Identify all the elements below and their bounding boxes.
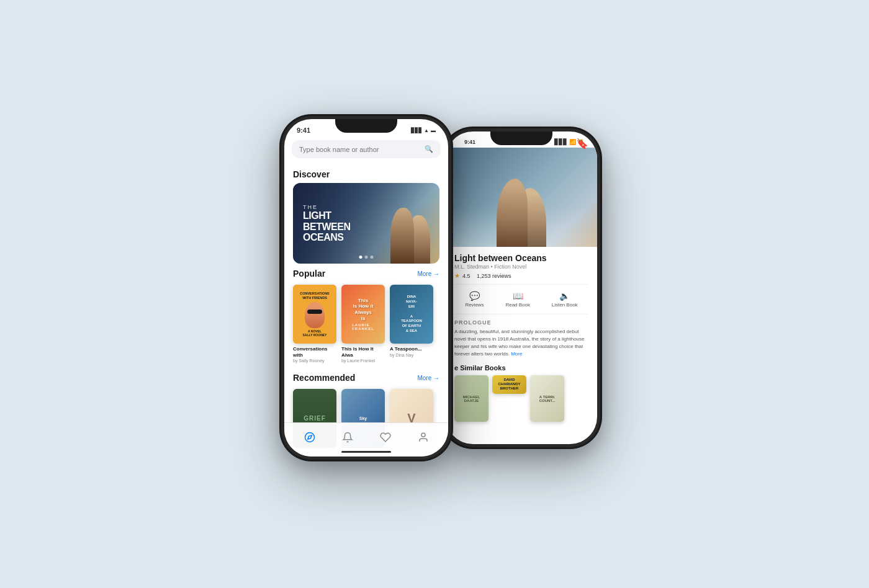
front-status-time: 9:41 xyxy=(297,127,310,134)
search-bar[interactable]: 🔍 xyxy=(292,140,441,158)
svg-marker-1 xyxy=(307,435,311,439)
read-book-button[interactable]: 📖 Read Book xyxy=(505,291,530,308)
listen-label: Listen Book xyxy=(552,302,578,308)
book-title-conversations: Conversations with xyxy=(293,346,336,358)
similar-title: e Similar Books xyxy=(454,364,588,372)
front-status-icons: ▊▊▊ ▲ ▬ xyxy=(411,128,436,133)
front-signal-icon: ▊▊▊ xyxy=(411,128,422,133)
detail-actions: 💬 Reviews 📖 Read Book 🔈 Listen Book xyxy=(454,284,588,314)
sim-book-2-text: DAVID CHARIANDY BROTHER xyxy=(495,378,524,391)
reviews-icon: 💬 xyxy=(469,291,480,301)
dot-3 xyxy=(371,256,374,259)
banner-text: THE LIGHT BETWEEN OCEANS xyxy=(303,204,351,243)
similar-label: e xyxy=(454,364,460,372)
banner-light: LIGHT xyxy=(303,210,351,221)
search-input[interactable] xyxy=(299,146,421,153)
more-link[interactable]: More xyxy=(511,351,522,357)
back-status-time: 9:41 xyxy=(458,139,475,145)
popular-section-header: Popular More → xyxy=(284,264,448,282)
search-icon: 🔍 xyxy=(425,145,433,153)
listen-book-button[interactable]: 🔈 Listen Book xyxy=(552,291,578,308)
detail-author: M.L. Stedman xyxy=(454,264,489,270)
front-phone-screen: 9:41 ▊▊▊ ▲ ▬ 🔍 Discover xyxy=(284,119,448,457)
nav-favorites[interactable] xyxy=(380,432,391,443)
book-icon: 📖 xyxy=(513,291,523,301)
reviews-button[interactable]: 💬 Reviews xyxy=(465,291,484,308)
banner-oceans: OCEANS xyxy=(303,232,351,243)
book-cover-conversations: CONVERSATIONSWITH FRIENDS A NOVEL SALLY … xyxy=(293,285,336,344)
cover-this-author: LAURIEFRANKEL xyxy=(352,323,374,331)
book-item-teaspoon[interactable]: DINANAYA-ERIATEASPOONOF EARTH& SEA A Tea… xyxy=(390,285,433,363)
review-count xyxy=(473,273,475,279)
cover-teaspoon-design: DINANAYA-ERIATEASPOONOF EARTH& SEA xyxy=(390,285,433,344)
similar-book-1[interactable]: MICHAEL DAATJE xyxy=(454,375,489,422)
detail-book-genre: M.L. Stedman • Fiction Novel xyxy=(454,264,588,270)
popular-title: Popular xyxy=(293,269,325,278)
book-author-this-is: by Laurie Frankel xyxy=(341,359,385,363)
phone-back: 9:41 ▊▊▊ 📶 🔋 🔖 xyxy=(441,127,602,449)
book-cover-teaspoon: DINANAYA-ERIATEASPOONOF EARTH& SEA xyxy=(390,285,433,344)
discover-section-header: Discover xyxy=(284,164,448,183)
front-battery-icon: ▬ xyxy=(431,128,436,133)
scroll-content: Discover THE LIGHT B xyxy=(284,164,448,452)
cover-teaspoon-text: DINANAYA-ERIATEASPOONOF EARTH& SEA xyxy=(401,295,422,333)
recommended-title: Recommended xyxy=(293,373,355,383)
phones-container: 9:41 ▊▊▊ 📶 🔋 🔖 xyxy=(248,77,621,511)
dot-1 xyxy=(359,256,362,259)
rating-value: 4.5 xyxy=(462,273,471,279)
nav-discover[interactable] xyxy=(304,432,315,443)
banner-dots xyxy=(359,256,374,259)
book-author-conversations: by Sally Rooney xyxy=(293,359,336,363)
prologue-title: PROLOGUE xyxy=(454,319,588,326)
phone-front: 9:41 ▊▊▊ ▲ ▬ 🔍 Discover xyxy=(279,114,453,461)
book-cover-this-is: ThisIs How ItAlwaysIs LAURIEFRANKEL xyxy=(341,285,385,344)
headphone-icon: 🔈 xyxy=(559,291,570,301)
star-icon: ★ xyxy=(454,272,460,279)
read-label: Read Book xyxy=(505,302,530,308)
prologue-text: A dazzling, beautiful, and stunningly ac… xyxy=(454,328,588,358)
wifi-icon: 📶 xyxy=(569,139,576,145)
detail-hero-image xyxy=(446,148,597,247)
back-notch xyxy=(490,131,552,145)
reviews-label-btn: Reviews xyxy=(465,302,484,308)
discover-title: Discover xyxy=(293,169,330,179)
recommended-more-link[interactable]: More → xyxy=(417,375,439,381)
sim-book-1-text: MICHAEL DAATJE xyxy=(457,395,486,403)
cover-this-is-design: ThisIs How ItAlwaysIs LAURIEFRANKEL xyxy=(341,285,385,344)
similar-books-row: MICHAEL DAATJE DAVID CHARIANDY BROTHER A… xyxy=(454,375,588,422)
similar-label-2: Similar Books xyxy=(460,364,505,372)
sim-book-3-text: A TERRI. COUNT... xyxy=(533,395,562,403)
bookmark-icon[interactable]: 🔖 xyxy=(576,138,588,149)
banner-between: BETWEEN xyxy=(303,221,351,232)
nav-profile[interactable] xyxy=(418,432,429,443)
book-title-this-is: This Is How It Alwa xyxy=(341,346,385,358)
similar-book-3[interactable]: A TERRI. COUNT... xyxy=(530,375,564,422)
cover-this-text: ThisIs How ItAlwaysIs xyxy=(353,298,374,321)
similar-book-2[interactable]: DAVID CHARIANDY BROTHER xyxy=(492,375,526,394)
svg-point-0 xyxy=(305,433,314,442)
discover-banner[interactable]: THE LIGHT BETWEEN OCEANS xyxy=(293,183,439,264)
detail-content: Light between Oceans M.L. Stedman • Fict… xyxy=(446,247,597,428)
sky-text: Sky xyxy=(359,416,367,421)
detail-rating: ★ 4.5 1,253 reviews xyxy=(454,272,588,279)
book-item-conversations[interactable]: CONVERSATIONSWITH FRIENDS A NOVEL SALLY … xyxy=(293,285,336,363)
similar-section: e Similar Books MICHAEL DAATJE DAVID CHA… xyxy=(454,364,588,422)
front-wifi-icon: ▲ xyxy=(424,128,429,133)
detail-genre-text: Fiction Novel xyxy=(494,264,526,270)
back-phone-screen: 9:41 ▊▊▊ 📶 🔋 🔖 xyxy=(446,131,597,444)
book-grid-popular: CONVERSATIONSWITH FRIENDS A NOVEL SALLY … xyxy=(284,282,448,368)
popular-more-link[interactable]: More → xyxy=(417,270,439,277)
banner-the: THE xyxy=(303,204,351,210)
svg-point-2 xyxy=(421,433,425,437)
detail-book-title: Light between Oceans xyxy=(454,253,588,263)
signal-icon: ▊▊▊ xyxy=(554,139,567,145)
nav-notifications[interactable] xyxy=(342,432,353,443)
front-notch xyxy=(335,119,397,133)
book-author-teaspoon: by Dina Nay xyxy=(390,353,433,357)
dot-2 xyxy=(365,256,368,259)
recommended-section-header: Recommended More → xyxy=(284,368,448,386)
prologue-section: PROLOGUE A dazzling, beautiful, and stun… xyxy=(454,319,588,358)
cover-conversations-design: CONVERSATIONSWITH FRIENDS A NOVEL SALLY … xyxy=(293,285,336,344)
reviews-label: 1,253 reviews xyxy=(477,273,511,279)
book-item-this-is[interactable]: ThisIs How ItAlwaysIs LAURIEFRANKEL This… xyxy=(341,285,385,363)
